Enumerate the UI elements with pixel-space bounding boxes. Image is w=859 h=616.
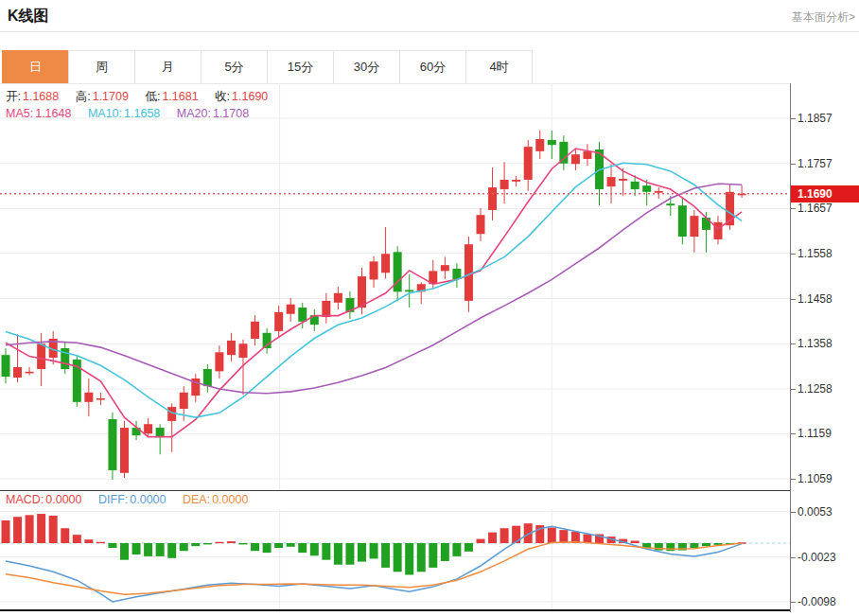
price-tick-3: 1.1558: [791, 246, 859, 261]
open-value: 1.1688: [23, 90, 59, 103]
tab-day[interactable]: 日: [2, 50, 69, 84]
ohlc-legend: 开:1.1688 高:1.1709 低:1.1681 收:1.1690: [6, 89, 281, 105]
macd-value: 0.0000: [45, 493, 81, 506]
close-label: 收:: [215, 90, 230, 103]
tab-30min[interactable]: 30分: [333, 50, 400, 84]
price-axis: 1.1690 1.18571.17571.16571.15581.14581.1…: [791, 83, 859, 612]
ma20-line: [6, 184, 742, 394]
tab-5min[interactable]: 5分: [201, 50, 268, 84]
close-value: 1.1690: [232, 90, 268, 103]
page-title: K线图: [8, 7, 49, 26]
tab-week[interactable]: 周: [68, 50, 135, 84]
panel-separator: [0, 490, 791, 491]
ma5-value: 1.1648: [35, 107, 71, 120]
candlestick-plot[interactable]: [0, 83, 791, 490]
macd-label: MACD:: [6, 493, 44, 506]
price-tick-1: 1.1757: [791, 156, 859, 171]
price-tick-4: 1.1458: [791, 291, 859, 307]
dea-label: DEA:: [183, 493, 210, 506]
diff-value: 0.0000: [130, 493, 166, 506]
ma10-label: MA10:: [88, 107, 122, 120]
ma20-value: 1.1708: [213, 107, 249, 120]
last-price-marker: 1.1690: [791, 185, 859, 202]
macd-tick-0: 0.0053: [791, 504, 859, 519]
chart-region: 开:1.1688 高:1.1709 低:1.1681 收:1.1690 MA5:…: [0, 83, 859, 612]
price-tick-6: 1.1258: [791, 381, 859, 396]
high-value: 1.1709: [93, 90, 129, 103]
tab-15min[interactable]: 15分: [267, 50, 334, 84]
diff-line: [6, 526, 742, 602]
ma-legend: MA5:1.1648 MA10:1.1658 MA20:1.1708: [6, 107, 262, 120]
ma5-label: MA5:: [6, 107, 33, 120]
price-tick-7: 1.1159: [791, 426, 859, 441]
x-axis-line: [0, 609, 791, 611]
low-label: 低:: [145, 90, 160, 103]
kline-page: K线图 基本面分析> 日周月5分15分30分60分4时 开:1.1688 高:1…: [0, 0, 859, 616]
dea-value: 0.0000: [212, 493, 248, 506]
diff-label: DIFF:: [98, 493, 128, 506]
ma10-value: 1.1658: [124, 107, 160, 120]
tab-4hour[interactable]: 4时: [465, 50, 533, 84]
tab-month[interactable]: 月: [134, 50, 202, 84]
ma5-line: [6, 149, 742, 437]
ma20-label: MA20:: [177, 107, 211, 120]
macd-plot[interactable]: [0, 509, 791, 611]
price-tick-2: 1.1657: [791, 201, 859, 216]
macd-tick-2: -0.0098: [791, 594, 859, 609]
tab-60min[interactable]: 60分: [399, 50, 466, 84]
candles-group: [2, 131, 746, 480]
macd-histogram: [2, 514, 746, 574]
low-value: 1.1681: [162, 90, 198, 103]
ma10-line: [6, 163, 742, 417]
open-label: 开:: [6, 90, 21, 103]
macd-tick-1: -0.0023: [791, 550, 859, 565]
high-label: 高:: [76, 90, 91, 103]
price-tick-5: 1.1358: [791, 336, 859, 351]
price-tick-0: 1.1857: [791, 111, 859, 126]
macd-legend: MACD:0.0000 DIFF:0.0000 DEA:0.0000: [6, 493, 261, 506]
page-header: K线图 基本面分析>: [0, 0, 859, 32]
price-tick-8: 1.1059: [791, 471, 859, 486]
fundamental-analysis-link[interactable]: 基本面分析>: [792, 9, 855, 26]
period-tab-bar: 日周月5分15分30分60分4时: [3, 50, 533, 84]
